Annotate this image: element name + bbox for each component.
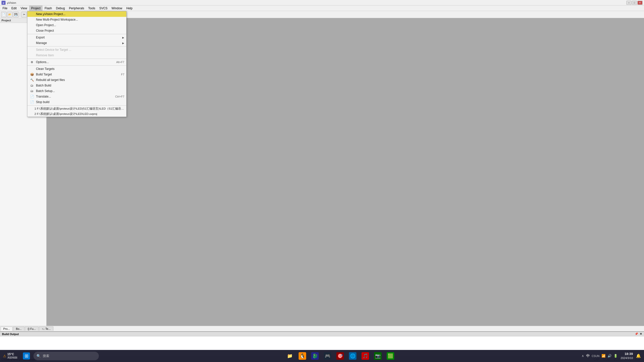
menu-manage[interactable]: Manage ▶ bbox=[27, 40, 126, 46]
menu-new-multi-project[interactable]: New Multi-Project Workspace... bbox=[27, 17, 126, 22]
taskbar-app-linux[interactable]: 🐧 bbox=[297, 350, 308, 361]
menu-window[interactable]: Window bbox=[109, 6, 124, 11]
taskbar-app-green[interactable]: 🟩 bbox=[385, 350, 396, 361]
tab-functions[interactable]: {} Fu... bbox=[25, 327, 38, 331]
menu-select-device: Select Device for Target ... bbox=[27, 47, 126, 53]
menu-batch-setup[interactable]: 🗂 Batch Setup... bbox=[27, 88, 126, 94]
menu-remove-item: Remove Item bbox=[27, 53, 126, 58]
taskbar-app-browser[interactable]: 🌐 bbox=[347, 350, 358, 361]
windows-start-icon: ⊞ bbox=[23, 352, 30, 359]
taskbar-app-game[interactable]: 🎯 bbox=[335, 350, 346, 361]
new-file-button[interactable]: 📄 bbox=[1, 12, 7, 17]
menu-stop-build[interactable]: 📄 Stop build bbox=[27, 99, 126, 105]
tab-templates[interactable]: ↑↓ Te... bbox=[39, 327, 53, 331]
music-icon: 🎵 bbox=[361, 352, 369, 360]
taskbar: ⚠ 15°C 局部晴朗 ⊞ 🔍 搜索 📁 🐧 🐉 🎮 🎯 🌐 bbox=[0, 350, 644, 362]
title-bar: μ μVision ─ □ ✕ bbox=[0, 0, 644, 6]
title-bar-left: μ μVision bbox=[2, 1, 16, 5]
menu-rebuild-all[interactable]: 🔨 Rebuild all target files bbox=[27, 77, 126, 83]
taskbar-time-block[interactable]: 18:39 2024/3/10 bbox=[621, 352, 633, 360]
sep-2 bbox=[27, 46, 126, 47]
menu-file[interactable]: File bbox=[1, 6, 9, 11]
taskbar-app-fileexplorer[interactable]: 📁 bbox=[284, 350, 295, 361]
taskbar-app-music[interactable]: 🎵 bbox=[360, 350, 371, 361]
menu-clean-targets[interactable]: Clean Targets bbox=[27, 66, 126, 72]
maximize-button[interactable]: □ bbox=[632, 1, 637, 5]
app-title: μVision bbox=[7, 1, 16, 4]
file-explorer-icon: 📁 bbox=[286, 352, 294, 360]
menu-bar: File Edit View Project Flash Debug Perip… bbox=[0, 6, 644, 11]
start-button[interactable]: ⊞ bbox=[21, 351, 31, 361]
sep-3 bbox=[27, 59, 126, 59]
manage-arrow-icon: ▶ bbox=[122, 42, 124, 44]
menu-tools[interactable]: Tools bbox=[86, 6, 97, 11]
weather-desc: 局部晴朗 bbox=[7, 356, 17, 359]
menu-batch-build[interactable]: 🗂 Batch Build bbox=[27, 83, 126, 88]
cut-button[interactable]: ✂ bbox=[21, 12, 27, 17]
sound-icon: 🔊 bbox=[608, 354, 612, 358]
bottom-tabs: Pro... Bo... {} Fu... ↑↓ Te... bbox=[0, 326, 644, 331]
open-file-button[interactable]: 📂 bbox=[7, 12, 13, 17]
game-icon: 🎯 bbox=[336, 352, 344, 360]
taskbar-date: 2024/3/10 bbox=[621, 356, 633, 360]
taskbar-search[interactable]: 🔍 搜索 bbox=[33, 352, 99, 360]
menu-export[interactable]: Export ▶ bbox=[27, 35, 126, 40]
menu-svcs[interactable]: SVCS bbox=[97, 6, 110, 11]
menu-view[interactable]: View bbox=[19, 6, 29, 11]
green-app-icon: 🟩 bbox=[387, 352, 394, 360]
batch-setup-icon: 🗂 bbox=[29, 89, 34, 93]
stop-build-icon: 📄 bbox=[29, 100, 34, 104]
input-method-label[interactable]: 中 bbox=[586, 354, 590, 358]
dragon-icon: 🐉 bbox=[311, 352, 319, 360]
menu-edit[interactable]: Edit bbox=[9, 6, 19, 11]
build-output-title: Build Output bbox=[2, 333, 19, 336]
camera-icon: 📷 bbox=[374, 352, 382, 360]
taskbar-app-camera[interactable]: 📷 bbox=[372, 350, 383, 361]
system-tray-icons: ∧ 中 CSUN 📶 🔊 🔋 bbox=[582, 354, 618, 358]
chinese-indicator: CSUN bbox=[592, 354, 599, 357]
taskbar-app-dragon[interactable]: 🐉 bbox=[309, 350, 320, 361]
weather-temp: 15°C bbox=[7, 352, 17, 356]
linux-icon: 🐧 bbox=[299, 352, 306, 360]
build-output-pin[interactable]: 📌 bbox=[635, 332, 638, 336]
tab-books[interactable]: Bo... bbox=[13, 327, 24, 331]
battery-icon: 🔋 bbox=[614, 354, 618, 358]
title-bar-controls: ─ □ ✕ bbox=[626, 1, 642, 5]
menu-close-project[interactable]: Close Project bbox=[27, 28, 126, 33]
taskbar-time: 18:39 bbox=[621, 352, 633, 356]
sep-1 bbox=[27, 34, 126, 34]
notification-button[interactable]: 🔔 bbox=[636, 353, 641, 358]
menu-debug[interactable]: Debug bbox=[54, 6, 67, 11]
menu-open-project[interactable]: Open Project... bbox=[27, 22, 126, 28]
menu-project[interactable]: Project bbox=[29, 6, 43, 11]
app-icon: μ bbox=[2, 1, 6, 5]
minimize-button[interactable]: ─ bbox=[626, 1, 631, 5]
menu-flash[interactable]: Flash bbox=[43, 6, 54, 11]
network-icon: 📶 bbox=[601, 354, 606, 358]
menu-new-uvision-project[interactable]: New μVision Project... bbox=[27, 11, 126, 17]
build-target-icon: 📦 bbox=[29, 73, 34, 76]
search-icon: 🔍 bbox=[36, 354, 41, 358]
translate-icon: 📄 bbox=[29, 95, 34, 98]
recent-project-1[interactable]: 1 F:\系统默认\桌面\proteus设计\LED(51汇编语言)\LED（5… bbox=[27, 106, 126, 111]
build-output-header: Build Output 📌 ✕ bbox=[0, 332, 644, 336]
search-placeholder: 搜索 bbox=[43, 354, 49, 358]
content-area bbox=[47, 18, 644, 326]
build-output-close[interactable]: ✕ bbox=[640, 332, 642, 336]
menu-build-target[interactable]: 📦 Build Target F7 bbox=[27, 72, 126, 77]
tray-expand-icon[interactable]: ∧ bbox=[582, 354, 584, 358]
taskbar-right: ∧ 中 CSUN 📶 🔊 🔋 18:39 2024/3/10 🔔 bbox=[582, 352, 641, 360]
taskbar-apps: 📁 🐧 🐉 🎮 🎯 🌐 🎵 📷 🟩 bbox=[101, 350, 580, 361]
tab-project[interactable]: Pro... bbox=[1, 327, 13, 331]
menu-options[interactable]: ⚙ Options... Alt+F7 bbox=[27, 59, 126, 65]
taskbar-app-steam[interactable]: 🎮 bbox=[322, 350, 333, 361]
save-button[interactable]: 💾 bbox=[13, 12, 19, 17]
menu-help[interactable]: Help bbox=[124, 6, 135, 11]
options-icon: ⚙ bbox=[29, 61, 34, 64]
close-button[interactable]: ✕ bbox=[637, 1, 642, 5]
sep-4 bbox=[27, 65, 126, 66]
browser-icon: 🌐 bbox=[349, 352, 356, 360]
menu-peripherals[interactable]: Peripherals bbox=[67, 6, 86, 11]
recent-project-2[interactable]: 2 F:\系统默认\桌面\proteus设计\LED\LED.uvproj bbox=[27, 111, 126, 117]
menu-translate[interactable]: 📄 Translate... Ctrl+F7 bbox=[27, 94, 126, 99]
